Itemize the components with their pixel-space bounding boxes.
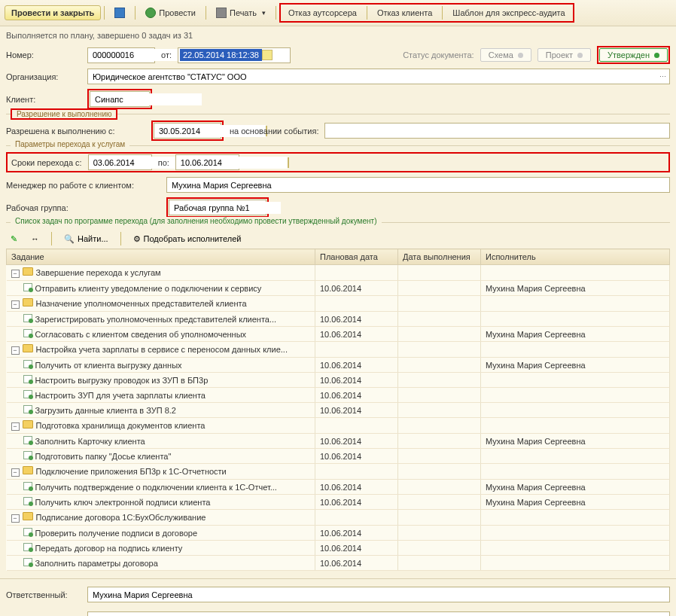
tree-toggle-icon[interactable]: − xyxy=(11,270,20,278)
table-row[interactable]: Зарегистрировать уполномоченных представ… xyxy=(7,312,670,327)
date-input-wrap[interactable]: 22.05.2014 18:12:38 xyxy=(178,47,291,63)
table-row[interactable]: Передать договор на подпись клиенту10.06… xyxy=(7,541,670,556)
reject-outsourcer-button[interactable]: Отказ аутсорсера xyxy=(282,5,364,20)
status-approved[interactable]: Утвержден xyxy=(599,48,668,62)
plan-date-cell xyxy=(315,296,398,312)
based-on-wrap[interactable] xyxy=(324,123,670,139)
table-row[interactable]: Настроить выгрузку проводок из ЗУП в БП3… xyxy=(7,373,670,388)
tree-toggle-icon[interactable]: − xyxy=(11,346,20,355)
table-row[interactable]: −Подключение приложения БП3р к 1С-Отчетн… xyxy=(7,464,670,480)
print-icon xyxy=(216,8,227,18)
col-plan-date[interactable]: Плановая дата xyxy=(315,249,398,265)
save-icon-button[interactable] xyxy=(108,5,132,21)
client-highlight xyxy=(87,89,152,109)
manager-input[interactable] xyxy=(169,179,668,191)
folder-icon xyxy=(23,267,33,276)
reject-client-button[interactable]: Отказ клиента xyxy=(370,5,439,20)
refresh-button[interactable]: ↔ xyxy=(26,233,44,245)
edit-button[interactable]: ✎ xyxy=(6,233,22,245)
table-row[interactable]: Получить подтверждение о подключении кли… xyxy=(7,480,670,495)
comment-wrap[interactable] xyxy=(87,611,670,616)
plan-date-cell: 10.06.2014 xyxy=(315,495,398,510)
save-close-button[interactable]: Провести и закрыть xyxy=(5,5,101,20)
table-row[interactable]: Согласовать с клиентом сведения об уполн… xyxy=(7,327,670,342)
table-row[interactable]: Заполнить параметры договора10.06.2014 xyxy=(7,556,670,571)
tree-toggle-icon[interactable]: − xyxy=(11,300,20,309)
table-row[interactable]: Подготовить папку "Досье клиента"10.06.2… xyxy=(7,449,670,464)
org-input[interactable] xyxy=(90,71,657,83)
refresh-icon: ↔ xyxy=(31,234,39,243)
period-to-wrap[interactable] xyxy=(175,154,239,170)
group-input[interactable] xyxy=(171,202,281,214)
table-row[interactable]: Проверить получение подписи в договоре10… xyxy=(7,526,670,541)
done-date-cell xyxy=(398,480,481,495)
find-label: Найти... xyxy=(78,234,108,243)
col-task[interactable]: Задание xyxy=(7,249,315,265)
calendar-icon[interactable] xyxy=(288,157,289,168)
transition-fieldset: Параметры перехода к услугам Сроки перех… xyxy=(6,145,670,218)
select-icon[interactable]: ⋯ xyxy=(657,72,668,82)
table-row[interactable]: −Назначение уполномоченных представителе… xyxy=(7,296,670,312)
period-label: Сроки перехода с: xyxy=(11,158,82,167)
task-icon xyxy=(23,329,32,337)
separator xyxy=(442,6,443,20)
table-row[interactable]: Получить ключ электронной подписи клиент… xyxy=(7,495,670,510)
post-button[interactable]: Провести xyxy=(139,5,202,21)
table-row[interactable]: −Настройка учета зарплаты в сервисе с пе… xyxy=(7,342,670,358)
calendar-icon[interactable] xyxy=(262,50,273,60)
table-row[interactable]: −Завершение перехода к услугам xyxy=(7,265,670,281)
done-date-cell xyxy=(398,526,481,541)
allowed-from-wrap[interactable] xyxy=(154,123,221,139)
separator xyxy=(135,6,136,20)
status-scheme[interactable]: Схема xyxy=(480,48,531,62)
comment-input[interactable] xyxy=(90,614,668,617)
period-to-label: по: xyxy=(158,158,169,167)
responsible-wrap[interactable] xyxy=(87,587,670,602)
main-toolbar: Провести и закрыть Провести Печать Отказ… xyxy=(0,0,676,26)
client-input[interactable] xyxy=(92,93,202,105)
task-title: Получить от клиента выгрузку данных xyxy=(35,361,182,370)
executor-cell: Мухина Мария Сергеевна xyxy=(481,281,670,296)
transition-title: Параметры перехода к услугам xyxy=(11,140,129,148)
col-done-date[interactable]: Дата выполнения xyxy=(398,249,481,265)
table-row[interactable]: −Подписание договора 1С:БухОбслуживание xyxy=(7,510,670,526)
tree-toggle-icon[interactable]: − xyxy=(11,468,20,477)
done-date-cell xyxy=(398,296,481,312)
executor-cell xyxy=(481,510,670,526)
org-input-wrap[interactable]: ⋯ xyxy=(87,69,670,84)
group-wrap[interactable] xyxy=(169,200,266,215)
post-label: Провести xyxy=(159,8,196,17)
table-row[interactable]: Настроить ЗУП для учета зарплаты клиента… xyxy=(7,388,670,403)
table-row[interactable]: Отправить клиенту уведомление о подключе… xyxy=(7,281,670,296)
search-icon: 🔍 xyxy=(64,234,75,244)
plan-date-cell: 10.06.2014 xyxy=(315,449,398,464)
reject-group-highlight: Отказ аутсорсера Отказ клиента Шаблон дл… xyxy=(279,3,574,23)
task-icon xyxy=(23,283,32,291)
table-row[interactable]: Получить от клиента выгрузку данных10.06… xyxy=(7,358,670,373)
period-to-input[interactable] xyxy=(178,157,288,169)
task-icon xyxy=(23,390,32,398)
client-input-wrap[interactable] xyxy=(90,91,150,107)
tree-toggle-icon[interactable]: − xyxy=(11,514,20,523)
pick-executors-button[interactable]: ⚙Подобрать исполнителей xyxy=(129,233,246,245)
status-project[interactable]: Проект xyxy=(537,48,591,62)
tasks-table[interactable]: Задание Плановая дата Дата выполнения Ис… xyxy=(6,249,670,571)
find-button[interactable]: 🔍Найти... xyxy=(59,233,113,245)
responsible-input[interactable] xyxy=(90,589,668,601)
col-executor[interactable]: Исполнитель xyxy=(481,249,670,265)
manager-wrap[interactable] xyxy=(166,177,670,193)
period-from-wrap[interactable] xyxy=(88,154,152,170)
based-on-input[interactable] xyxy=(327,125,668,137)
executor-cell xyxy=(481,418,670,434)
express-template-button[interactable]: Шаблон для экспресс-аудита xyxy=(446,5,571,20)
table-row[interactable]: Заполнить Карточку клиента10.06.2014Мухи… xyxy=(7,434,670,449)
print-button[interactable]: Печать xyxy=(209,5,273,21)
executor-cell xyxy=(481,296,670,312)
task-title: Заполнить Карточку клиента xyxy=(35,437,145,446)
number-input-wrap[interactable] xyxy=(87,47,155,63)
folder-icon xyxy=(23,420,33,428)
table-row[interactable]: Загрузить данные клиента в ЗУП 8.210.06.… xyxy=(7,403,670,418)
table-row[interactable]: −Подготовка хранилища документов клиента xyxy=(7,418,670,434)
date-value: 22.05.2014 18:12:38 xyxy=(180,49,262,61)
tree-toggle-icon[interactable]: − xyxy=(11,422,20,431)
